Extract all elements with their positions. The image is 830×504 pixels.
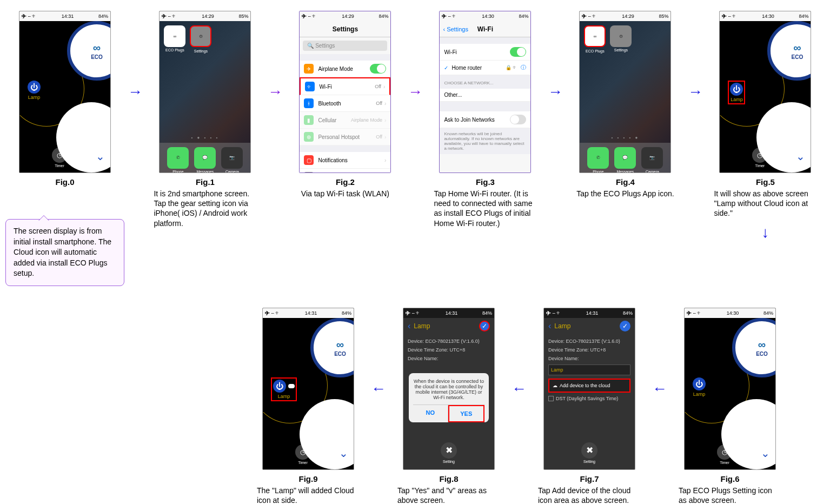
fig9-caption: Fig.9 <box>298 474 317 483</box>
wifi-row[interactable]: ᯤWi-FiOff› <box>300 77 390 95</box>
eco-plugs-app[interactable]: ∞ECO Plugs <box>584 25 606 47</box>
wifi-toggle-row[interactable]: Wi-Fi <box>440 44 530 61</box>
lamp-button[interactable]: ⏻ Lamp <box>271 377 297 401</box>
status-bar: ✈ ⋯ ᯤ14:2984% <box>300 11 390 21</box>
choose-header: CHOOSE A NETWORK... <box>440 75 530 89</box>
fig2-caption: Fig.2 <box>336 177 355 187</box>
power-icon: ⏻ <box>730 83 743 96</box>
setting-button[interactable]: ✖Setting <box>441 442 457 459</box>
search-field[interactable]: 🔍 Settings <box>303 41 387 51</box>
lamp-label: Lamp <box>693 392 706 397</box>
fig3-phone: ✈ ⋯ ᯤ14:3084% ‹ Settings Wi-Fi Wi-Fi ✓Ho… <box>439 11 531 173</box>
nav-bar: Settings <box>300 21 390 37</box>
lamp-label: Lamp <box>28 95 41 100</box>
cellular-row[interactable]: ▮CellularAirplane Mode› <box>300 112 390 129</box>
power-icon: ⏻ <box>28 81 41 94</box>
lamp-button[interactable]: ⏻ Lamp <box>28 81 41 100</box>
messages-app[interactable]: 💬Messages <box>194 147 216 169</box>
settings-app[interactable]: ⚙Settings <box>610 25 632 47</box>
chevron-down-icon[interactable]: ⌄ <box>761 447 770 460</box>
messages-app[interactable]: 💬Messages <box>614 147 636 169</box>
back-icon[interactable]: ‹ <box>548 321 551 331</box>
dock: ✆Phone 💬Messages 📷Camera <box>160 143 250 173</box>
wifi-hint: Known networks will be joined automatica… <box>440 128 530 154</box>
lamp-button[interactable]: ⏻ Lamp <box>728 81 745 104</box>
fig0-caption: Fig.0 <box>55 177 74 187</box>
confirm-button[interactable]: ✓ <box>620 321 630 331</box>
fig2-cell: ✈ ⋯ ᯤ14:2984% Settings 🔍 Settings ✈Airpl… <box>291 11 399 198</box>
fig8-caption: Fig.8 <box>439 474 458 483</box>
fig2-desc: Via tap Wi-Fi task (WLAN) <box>301 189 389 198</box>
bluetooth-row[interactable]: ᚼBluetoothOff› <box>300 95 390 112</box>
notif-icon: ▢ <box>304 155 314 165</box>
dst-row[interactable]: DST (Daylight Savings Time) <box>548 396 630 401</box>
dst-checkbox[interactable] <box>548 396 554 401</box>
camera-app[interactable]: 📷Camera <box>221 147 243 169</box>
ask-join-row[interactable]: Ask to Join Networks <box>440 111 530 128</box>
lock-icon: 🔒 ᯤ <box>506 65 518 70</box>
fig4-cell: ✈ ⋯ ᯤ14:2985% ∞ECO Plugs ⚙Settings • • •… <box>572 11 679 198</box>
yes-button[interactable]: YES <box>448 405 485 422</box>
home-router-row[interactable]: ✓Home router🔒 ᯤⓘ <box>440 61 530 75</box>
back-icon[interactable]: ‹ <box>408 321 410 331</box>
status-bar: ✈ ⋯ ᯤ14:3184% <box>263 308 354 318</box>
fig7-phone: ✈ ⋯ ᯤ14:3184% ‹ Lamp ✓ Device: ECO-78021… <box>543 308 635 470</box>
info-icon[interactable]: ⓘ <box>521 64 526 71</box>
nav-bar: ‹ Settings Wi-Fi <box>440 21 530 37</box>
row-2: ✈ ⋯ ᯤ14:3184% ECO ⏻ Lamp ⋯More ⚡Electric… <box>254 308 819 504</box>
device-body: Device: ECO-7802137E (V:1.6.0) Device Ti… <box>544 334 635 406</box>
wifi-toggle[interactable] <box>510 47 526 57</box>
chevron-down-icon[interactable]: ⌄ <box>796 150 805 163</box>
status-bar: ✈ ⋯ ᯤ14:3084% <box>685 308 775 318</box>
settings-app[interactable]: ⚙Settings <box>190 25 211 47</box>
cc-row[interactable]: ⊟Control Center› <box>300 169 390 173</box>
hotspot-row[interactable]: ⊕Personal HotspotOff› <box>300 129 390 145</box>
lamp-label: Lamp <box>278 394 290 399</box>
dialog-buttons: NO YES <box>413 404 484 422</box>
cc-icon: ⊟ <box>304 172 314 173</box>
fig3-desc: Tap Home Wi-Fi router. (It is need to co… <box>434 189 536 228</box>
fig3-cell: ✈ ⋯ ᯤ14:3084% ‹ Settings Wi-Fi Wi-Fi ✓Ho… <box>431 11 539 228</box>
camera-app[interactable]: 📷Camera <box>641 147 663 169</box>
eco-app: ECO ⏻ Lamp ⋯More ⚡Electric Bill ✖Setting… <box>263 318 354 469</box>
no-button[interactable]: NO <box>413 405 448 422</box>
status-bat: 84% <box>98 14 108 19</box>
eco-plugs-app[interactable]: ∞ECO Plugs <box>164 25 185 47</box>
chevron-down-icon[interactable]: ⌄ <box>96 150 105 163</box>
device-title: Lamp <box>554 322 570 330</box>
ask-toggle[interactable] <box>510 115 526 124</box>
fig9-phone: ✈ ⋯ ᯤ14:3184% ECO ⏻ Lamp ⋯More ⚡Electric… <box>262 308 354 470</box>
arrow-icon: ← <box>368 308 389 470</box>
fig5-caption: Fig.5 <box>756 177 775 187</box>
other-row[interactable]: Other... <box>440 89 530 102</box>
airplane-row[interactable]: ✈Airplane Mode <box>300 61 390 77</box>
arrow-icon: → <box>685 11 706 173</box>
fig6-caption: Fig.6 <box>720 474 739 483</box>
lamp-label: Lamp <box>731 97 743 102</box>
back-button[interactable]: ‹ Settings <box>443 26 468 32</box>
arrow-down-icon: ↓ <box>761 224 769 241</box>
lamp-button[interactable]: ⏻ Lamp <box>693 377 706 397</box>
home-screen: ∞ECO Plugs ⚙Settings • • • • ● ✆Phone 💬M… <box>580 21 670 173</box>
eco-app: ECO ⏻ Lamp ⋯More ⚡Electric Bill ✖Setting… <box>19 21 110 173</box>
notif-row[interactable]: ▢Notifications› <box>300 152 390 169</box>
chevron-icon: › <box>383 84 385 90</box>
phone-app[interactable]: ✆Phone <box>167 147 189 169</box>
add-cloud-row[interactable]: ☁Add device to the cloud <box>548 379 630 393</box>
device-name-input[interactable] <box>548 364 630 375</box>
fig4-desc: Tap the ECO Plugs App icon. <box>576 189 674 198</box>
eco-app: ECO ⏻ Lamp ⋯More ⚡Electric Bill ✖Setting… <box>685 318 775 469</box>
fig5-cell: ✈ ⋯ ᯤ14:3084% ECO ⏻ Lamp ⋯More ⚡Electric… <box>712 11 819 247</box>
status-left: ✈ ⋯ ᯤ <box>22 14 37 19</box>
setting-button[interactable]: ✖Setting <box>581 442 597 459</box>
phone-app[interactable]: ✆Phone <box>587 147 609 169</box>
chevron-down-icon[interactable]: ⌄ <box>339 447 348 460</box>
fig5-desc: It will show as above screen "Lamp witho… <box>714 189 816 218</box>
fig1-phone: ✈ ⋯ ᯤ14:2985% ∞ECO Plugs ⚙Settings • ● •… <box>159 11 251 173</box>
confirm-button[interactable]: ✓ <box>479 321 490 331</box>
fig7-caption: Fig.7 <box>580 474 599 483</box>
fig6-desc: Tap ECO Plugs Setting icon as above scre… <box>679 486 781 504</box>
nav-title: Wi-Fi <box>477 25 493 33</box>
airplane-toggle[interactable] <box>370 64 386 74</box>
fig3-caption: Fig.3 <box>476 177 495 187</box>
